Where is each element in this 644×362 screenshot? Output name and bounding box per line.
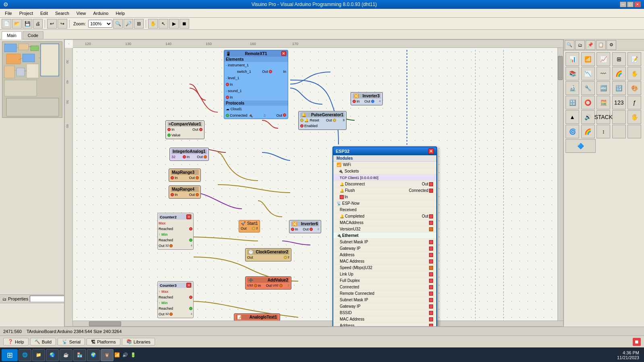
- menu-edit[interactable]: Edit: [37, 10, 51, 16]
- analog-text-block[interactable]: 📝 AnalogIoText1: [234, 313, 280, 321]
- panel-btn-chart[interactable]: 📊: [566, 52, 579, 66]
- menu-help[interactable]: Help: [112, 10, 128, 16]
- serial-button[interactable]: 📡 Serial: [58, 338, 85, 346]
- maximize-button[interactable]: □: [627, 2, 634, 7]
- tb-zoom-out[interactable]: 🔎: [124, 19, 133, 29]
- tb-new[interactable]: 📄: [2, 19, 11, 29]
- panel-btn-hand[interactable]: ✋: [627, 67, 641, 80]
- panel-btn-wave[interactable]: 〰: [597, 67, 610, 80]
- pulse-gen1-block[interactable]: 🔔 PulseGenerator1 🔔 Reset Out 3 Enabled: [298, 111, 347, 130]
- esp32-close-button[interactable]: ✕: [428, 148, 434, 154]
- inverter3-block[interactable]: 🔀 Inverter3 In Out 4: [351, 92, 383, 105]
- scroll-thumb-h[interactable]: [89, 321, 121, 326]
- start1-block[interactable]: 🚀 Start1 Out 2: [239, 220, 260, 232]
- scroll-thumb-v[interactable]: [558, 56, 563, 80]
- menu-project[interactable]: Project: [16, 10, 36, 16]
- menu-file[interactable]: File: [2, 10, 15, 16]
- taskbar-explorer[interactable]: 📁: [32, 349, 45, 361]
- visuino-stop-button[interactable]: ⏹: [633, 338, 641, 346]
- esp32-dialog[interactable]: ESP32 ✕ Modules 📶 WiFi: [332, 146, 437, 327]
- panel-btn-graph[interactable]: 📈: [597, 52, 610, 66]
- tb-zoom-in[interactable]: 🔍: [113, 19, 123, 29]
- tb-move[interactable]: ✋: [148, 19, 158, 29]
- start-button[interactable]: ⊞: [2, 349, 18, 361]
- minimize-button[interactable]: ─: [620, 2, 626, 7]
- panel-btn-3d[interactable]: 🔷: [566, 139, 596, 153]
- clock-gen2-block[interactable]: 🕐 ClockGenerator2 Out 2: [245, 248, 291, 261]
- right-tb-pin[interactable]: 📌: [586, 40, 595, 50]
- taskbar-java[interactable]: ☕: [60, 349, 72, 361]
- panel-btn-shape[interactable]: ▲: [566, 110, 579, 124]
- panel-btn-empty1[interactable]: [612, 110, 626, 124]
- tb-undo[interactable]: ↩: [47, 19, 57, 29]
- right-tb-list[interactable]: 📋: [596, 40, 606, 50]
- remoteXT1-block[interactable]: 📱 RemoteXT1 ✕ Elements · instrument_1 sw…: [224, 50, 288, 119]
- tb-print[interactable]: 🖨: [33, 19, 43, 29]
- panel-btn-tool[interactable]: 🔧: [581, 81, 595, 95]
- panel-btn-calc[interactable]: 🧮: [597, 96, 610, 109]
- help-button[interactable]: ❓ Help: [3, 338, 29, 346]
- panel-btn-grid[interactable]: ⊞: [612, 52, 626, 66]
- scrollbar-horizontal[interactable]: [73, 321, 563, 326]
- build-button[interactable]: 🔨 Build: [30, 338, 56, 346]
- panel-btn-text[interactable]: 📝: [627, 52, 641, 66]
- panel-btn-sort[interactable]: ↕: [597, 125, 610, 138]
- menu-search[interactable]: Search: [52, 10, 72, 16]
- panel-btn-line[interactable]: 📉: [581, 67, 595, 80]
- panel-btn-stack2[interactable]: STACK: [597, 110, 610, 124]
- tab-code[interactable]: Code: [23, 31, 43, 39]
- panel-btn-circle[interactable]: ⭕: [581, 96, 595, 109]
- panel-btn-abc[interactable]: 🔤: [597, 81, 610, 95]
- menu-arduino[interactable]: Arduino: [90, 10, 111, 16]
- compare-value1-block[interactable]: ≈ CompareValue1 In Out Value: [165, 120, 204, 139]
- zoom-select[interactable]: 100% 75% 150%: [88, 20, 112, 28]
- menu-view[interactable]: View: [73, 10, 89, 16]
- taskbar-store[interactable]: 🏪: [73, 349, 86, 361]
- panel-btn-funcs[interactable]: ƒ: [627, 96, 641, 109]
- tb-redo[interactable]: ↪: [58, 19, 67, 29]
- remoteXT1-close[interactable]: ✕: [281, 51, 286, 56]
- integer-analog-block[interactable]: IntegerIoAnalog1 32 In Out: [169, 148, 209, 161]
- properties-search[interactable]: [30, 296, 64, 302]
- panel-btn-wave2[interactable]: 🔊: [581, 110, 595, 124]
- platforms-button[interactable]: 🏗 Platforms: [87, 338, 120, 346]
- taskbar-edge[interactable]: 🌏: [46, 349, 59, 361]
- tb-fit[interactable]: ⊞: [134, 19, 144, 29]
- panel-btn-rgb[interactable]: 🌈: [612, 67, 626, 80]
- taskbar-visuino[interactable]: 🦉: [101, 349, 114, 361]
- taskbar-ie[interactable]: 🌐: [19, 349, 31, 361]
- tb-run[interactable]: ▶: [169, 19, 179, 29]
- panel-btn-empty2[interactable]: [612, 125, 626, 138]
- libraries-button[interactable]: 📚 Libraries: [122, 338, 155, 346]
- map-range3-block[interactable]: MapRange3 In Out: [169, 169, 201, 182]
- counter3-block[interactable]: Counter3 ✕ ↑ Max Reached ↑ Min Reached: [157, 281, 194, 318]
- add-value2-block[interactable]: ➕ AddValue2 U32In OutU32 2: [245, 276, 291, 290]
- right-tb-filter[interactable]: 🗂: [575, 40, 585, 50]
- panel-btn-signal[interactable]: 📶: [581, 52, 595, 66]
- panel-btn-color[interactable]: 🎨: [627, 81, 641, 95]
- panel-btn-sensor[interactable]: 🔬: [566, 81, 579, 95]
- map-range4-block[interactable]: MapRange4 In Out: [169, 185, 201, 199]
- panel-btn-rainbow[interactable]: 🌈: [581, 125, 595, 138]
- tb-select[interactable]: ↖: [159, 19, 168, 29]
- tb-open[interactable]: 📂: [12, 19, 22, 29]
- scrollbar-vertical[interactable]: [557, 48, 563, 321]
- panel-btn-num[interactable]: 🔢: [612, 81, 626, 95]
- panel-btn-hand2[interactable]: 🖐: [627, 110, 641, 124]
- panel-btn-stack[interactable]: 📚: [566, 67, 579, 80]
- counter3-close[interactable]: ✕: [186, 283, 191, 288]
- panel-btn-abc2[interactable]: 🔡: [566, 96, 579, 109]
- tb-save[interactable]: 💾: [23, 19, 32, 29]
- canvas-area[interactable]: 120 130 140 150 160 170 30 40 50 60: [64, 39, 564, 327]
- right-tb-settings[interactable]: ⚙: [607, 40, 616, 50]
- minimap-image[interactable]: [2, 41, 62, 118]
- tab-main[interactable]: Main: [2, 31, 22, 39]
- taskbar-chrome[interactable]: 🌍: [87, 349, 100, 361]
- clock[interactable]: 4:36 PM 11/21/2023: [617, 350, 642, 360]
- counter2-close[interactable]: ✕: [186, 214, 191, 219]
- inverter6-block[interactable]: 🔀 Inverter6 In Out 2: [289, 220, 321, 233]
- panel-btn-123[interactable]: 123: [612, 96, 626, 109]
- panel-btn-rgb2[interactable]: 🌀: [566, 125, 579, 138]
- right-tb-search[interactable]: 🔍: [565, 40, 574, 50]
- close-button[interactable]: ✕: [634, 2, 641, 7]
